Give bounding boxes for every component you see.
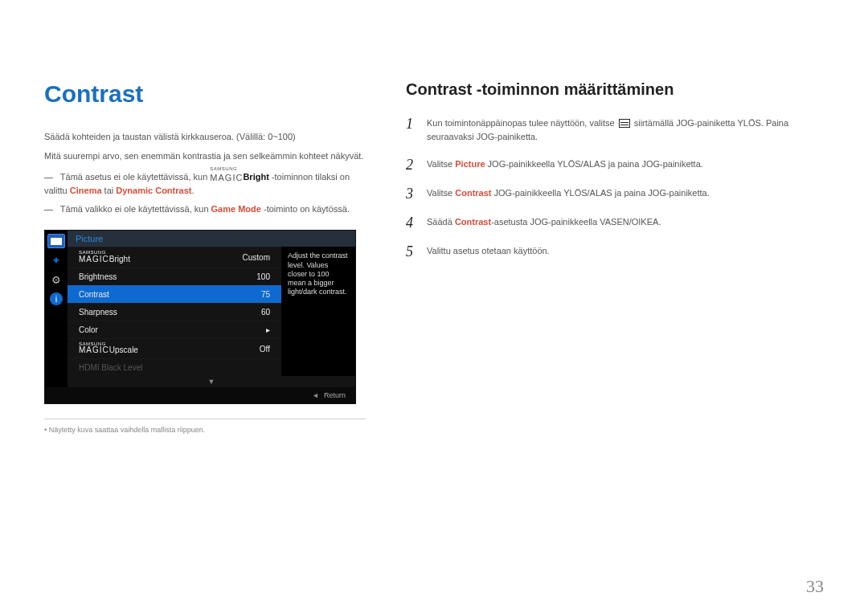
step-number: 5 (406, 244, 416, 259)
return-button[interactable]: Return (312, 391, 346, 399)
info-icon: i (47, 292, 65, 306)
step-text: Säädä Contrast-asetusta JOG-painikkeella… (427, 215, 824, 229)
step-number: 1 (406, 116, 416, 131)
divider (44, 419, 366, 419)
note-2: Tämä valikko ei ole käytettävissä, kun G… (44, 202, 366, 216)
chevron-down-icon: ▼ (68, 376, 355, 387)
note-1: Tämä asetus ei ole käytettävissä, kun SA… (44, 168, 366, 198)
step-row: 5Valittu asetus otetaan käyttöön. (406, 244, 824, 259)
arrows-icon: ✦ (47, 253, 65, 268)
osd-row[interactable]: Contrast75 (68, 285, 281, 303)
osd-sidebar: ✦ ⚙ i (45, 231, 68, 387)
osd-row[interactable]: SAMSUNGMAGICUpscaleOff (68, 338, 281, 359)
step-text: Valitse Contrast JOG-painikkeella YLÖS/A… (427, 186, 824, 200)
osd-header: Picture (68, 231, 355, 247)
intro-paragraph-2: Mitä suurempi arvo, sen enemmän kontrast… (44, 149, 366, 164)
page-title: Contrast (44, 80, 366, 108)
page-number: 33 (806, 576, 824, 597)
step-text: Valittu asetus otetaan käyttöön. (427, 244, 824, 258)
osd-row[interactable]: Brightness100 (68, 268, 281, 285)
step-number: 2 (406, 157, 416, 172)
gear-icon: ⚙ (47, 272, 65, 287)
osd-footer: Return (45, 387, 355, 403)
osd-row[interactable]: HDMI Black Level (68, 358, 281, 376)
step-text: Kun toimintonäppäinopas tulee näyttöön, … (427, 116, 824, 143)
step-row: 3Valitse Contrast JOG-painikkeella YLÖS/… (406, 186, 824, 201)
step-row: 1Kun toimintonäppäinopas tulee näyttöön,… (406, 116, 824, 143)
monitor-icon (47, 234, 65, 248)
intro-paragraph-1: Säädä kohteiden ja taustan välistä kirkk… (44, 130, 366, 145)
step-text: Valitse Picture JOG-painikkeella YLÖS/AL… (427, 157, 824, 171)
osd-list: SAMSUNGMAGICBrightCustomBrightness100Con… (68, 247, 281, 376)
menu-icon (619, 119, 630, 128)
osd-help-text: Adjust the contrast level. Values closer… (281, 247, 355, 376)
step-row: 4Säädä Contrast-asetusta JOG-painikkeell… (406, 215, 824, 230)
section-title: Contrast -toiminnon määrittäminen (406, 80, 824, 99)
osd-menu: ✦ ⚙ i Picture SAMSUNGMAGICBrightCustomBr… (44, 230, 356, 404)
osd-row[interactable]: Sharpness60 (68, 303, 281, 321)
step-number: 3 (406, 186, 416, 201)
step-row: 2Valitse Picture JOG-painikkeella YLÖS/A… (406, 157, 824, 172)
osd-row[interactable]: Color▸ (68, 321, 281, 338)
step-number: 4 (406, 215, 416, 230)
footnote: Näytetty kuva saattaa vaihdella mallista… (44, 426, 366, 434)
osd-row[interactable]: SAMSUNGMAGICBrightCustom (68, 247, 281, 268)
